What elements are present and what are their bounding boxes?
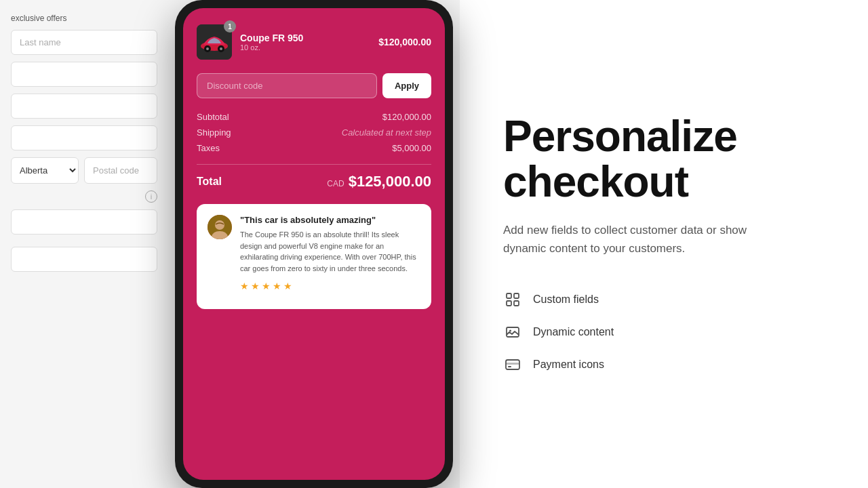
svg-rect-12 bbox=[507, 327, 519, 337]
svg-rect-11 bbox=[514, 301, 519, 306]
apartment-input[interactable] bbox=[11, 94, 157, 119]
svg-point-13 bbox=[509, 330, 511, 332]
product-left: 1 Coupe FR 950 10 oz. bbox=[197, 24, 303, 60]
image-icon bbox=[503, 323, 522, 342]
shipping-label: Shipping bbox=[197, 127, 231, 138]
product-price: $120,000.00 bbox=[378, 37, 431, 47]
billing-input-2[interactable] bbox=[11, 247, 157, 272]
divider bbox=[197, 164, 431, 165]
exclusive-offers-label: exclusive offers bbox=[11, 14, 66, 23]
province-select[interactable]: Alberta bbox=[11, 157, 79, 184]
info-row: i bbox=[11, 190, 157, 203]
feature-item-payment-icons: Payment icons bbox=[503, 355, 825, 374]
reviewer-avatar bbox=[208, 215, 232, 239]
svg-rect-16 bbox=[508, 366, 511, 367]
feature-item-dynamic-content: Dynamic content bbox=[503, 323, 825, 342]
subtotal-label: Subtotal bbox=[197, 112, 229, 122]
taxes-line: Taxes $5,000.00 bbox=[197, 143, 431, 153]
star-1: ★ bbox=[240, 281, 249, 291]
taxes-value: $5,000.00 bbox=[392, 143, 431, 153]
product-name: Coupe FR 950 bbox=[240, 33, 303, 43]
grid-icon bbox=[503, 290, 522, 309]
billing-input-1[interactable] bbox=[11, 209, 157, 235]
star-2: ★ bbox=[251, 281, 260, 291]
product-image-wrapper: 1 bbox=[197, 24, 232, 60]
product-row: 1 Coupe FR 950 10 oz. $120,000.00 bbox=[197, 24, 431, 60]
hero-description: Add new fields to collect customer data … bbox=[503, 221, 761, 258]
payment-icons-label: Payment icons bbox=[533, 359, 604, 371]
card-icon bbox=[503, 355, 522, 374]
city-row: Alberta bbox=[11, 157, 157, 184]
total-amount: $125,000.00 bbox=[349, 173, 431, 190]
svg-rect-15 bbox=[506, 363, 519, 365]
discount-row: Apply bbox=[197, 73, 431, 98]
total-label: Total bbox=[197, 176, 222, 188]
review-stars: ★ ★ ★ ★ ★ bbox=[240, 281, 420, 291]
star-5: ★ bbox=[283, 281, 292, 291]
svg-rect-8 bbox=[507, 293, 511, 298]
shipping-value: Calculated at next step bbox=[342, 127, 431, 138]
star-4: ★ bbox=[273, 281, 281, 291]
star-3: ★ bbox=[262, 281, 271, 291]
svg-point-4 bbox=[206, 47, 209, 50]
review-title: "This car is absolutely amazing" bbox=[240, 215, 420, 225]
dynamic-content-label: Dynamic content bbox=[533, 326, 614, 338]
total-row: Total CAD $125,000.00 bbox=[197, 173, 431, 190]
address-input[interactable] bbox=[11, 62, 157, 87]
product-info: Coupe FR 950 10 oz. bbox=[240, 33, 303, 52]
hero-title-line2: checkout bbox=[503, 157, 688, 206]
custom-fields-label: Custom fields bbox=[533, 293, 599, 306]
svg-point-5 bbox=[220, 47, 222, 50]
review-header: "This car is absolutely amazing" The Cou… bbox=[208, 215, 420, 291]
taxes-label: Taxes bbox=[197, 143, 220, 153]
total-right: CAD $125,000.00 bbox=[327, 173, 431, 190]
svg-rect-10 bbox=[507, 301, 511, 306]
product-subtitle: 10 oz. bbox=[240, 43, 303, 52]
tablet-screen: 1 Coupe FR 950 10 oz. $120,000.00 Apply bbox=[183, 8, 445, 480]
review-body: "This car is absolutely amazing" The Cou… bbox=[240, 215, 420, 291]
tablet-device: 1 Coupe FR 950 10 oz. $120,000.00 Apply bbox=[175, 0, 453, 488]
hero-title-line1: Personalize bbox=[503, 112, 737, 161]
svg-rect-9 bbox=[514, 293, 519, 298]
city-input[interactable] bbox=[11, 125, 157, 150]
feature-item-custom-fields: Custom fields bbox=[503, 290, 825, 309]
product-quantity-badge: 1 bbox=[224, 20, 236, 33]
features-list: Custom fields Dynamic content Paymen bbox=[503, 290, 825, 374]
tablet-device-wrapper: 1 Coupe FR 950 10 oz. $120,000.00 Apply bbox=[168, 0, 460, 488]
checkout-content: 1 Coupe FR 950 10 oz. $120,000.00 Apply bbox=[183, 8, 445, 480]
review-card: "This car is absolutely amazing" The Cou… bbox=[197, 204, 431, 309]
order-summary: Subtotal $120,000.00 Shipping Calculated… bbox=[197, 112, 431, 153]
shipping-line: Shipping Calculated at next step bbox=[197, 127, 431, 138]
left-checkout-form: exclusive offers Alberta i bbox=[0, 0, 168, 488]
last-name-input[interactable] bbox=[11, 30, 157, 55]
postal-code-input[interactable] bbox=[84, 157, 157, 184]
subtotal-value: $120,000.00 bbox=[382, 112, 431, 122]
total-currency: CAD bbox=[327, 179, 344, 188]
review-text: The Coupe FR 950 is an absolute thrill! … bbox=[240, 229, 420, 274]
subtotal-line: Subtotal $120,000.00 bbox=[197, 112, 431, 122]
hero-title: Personalize checkout bbox=[503, 114, 825, 205]
info-icon: i bbox=[145, 190, 157, 203]
discount-code-input[interactable] bbox=[197, 73, 377, 98]
right-panel: Personalize checkout Add new fields to c… bbox=[460, 0, 868, 488]
svg-point-7 bbox=[215, 220, 224, 230]
apply-discount-button[interactable]: Apply bbox=[382, 73, 431, 98]
